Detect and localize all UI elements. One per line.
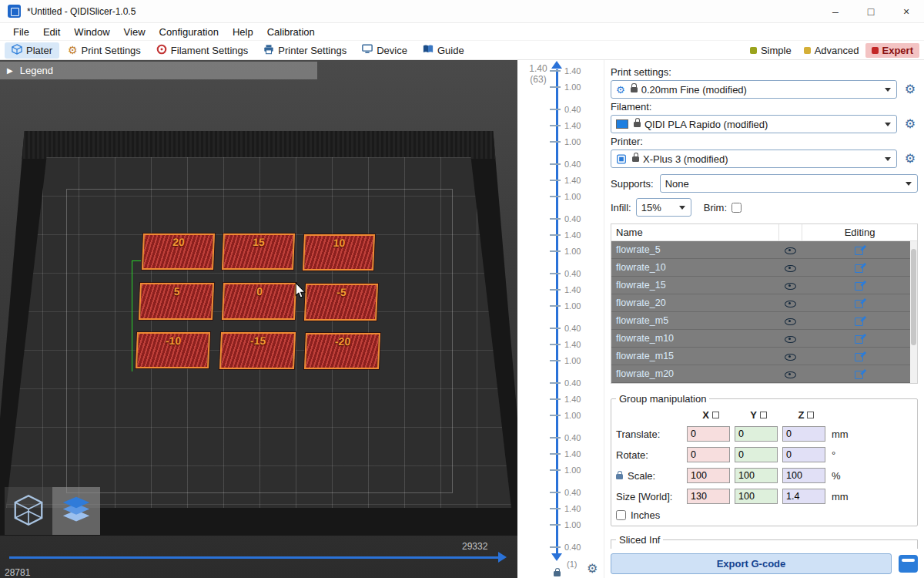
object-list-scrollbar[interactable] xyxy=(910,241,917,383)
layer-tick: 1.00 xyxy=(550,301,581,311)
horizontal-move-slider[interactable] xyxy=(9,556,499,559)
object-row-flowrate-m20[interactable]: flowrate_m20 xyxy=(611,365,917,383)
object-row-flowrate-10[interactable]: flowrate_10 xyxy=(611,259,917,277)
mouse-cursor-icon xyxy=(294,282,306,301)
brim-checkbox[interactable] xyxy=(732,203,742,213)
flowrate-patch-15[interactable]: 15 xyxy=(222,234,295,270)
flowrate-patch-0[interactable]: 0 xyxy=(222,283,296,320)
translate-z-input[interactable] xyxy=(782,426,825,442)
eye-icon[interactable] xyxy=(785,297,795,308)
filament-gear-button[interactable]: ⚙ xyxy=(902,118,918,130)
translate-x-input[interactable] xyxy=(687,426,730,442)
tab-device[interactable]: Device xyxy=(355,42,414,58)
translate-y-input[interactable] xyxy=(735,426,778,442)
mode-expert[interactable]: Expert xyxy=(865,43,919,58)
printer-combo[interactable]: X-Plus 3 (modified) xyxy=(611,150,897,168)
inches-row: Inches xyxy=(616,509,912,521)
preview-view-button[interactable] xyxy=(52,487,100,535)
scale-z-input[interactable] xyxy=(782,468,825,483)
menu-help[interactable]: Help xyxy=(226,25,260,39)
flowrate-patch-m10[interactable]: -10 xyxy=(136,332,210,368)
rotate-y-input[interactable] xyxy=(735,447,778,462)
print-settings-gear-button[interactable]: ⚙ xyxy=(902,83,918,96)
layer-tick: 1.00 xyxy=(550,520,581,529)
edit-icon[interactable] xyxy=(855,298,865,308)
minimize-button[interactable]: – xyxy=(818,0,853,22)
eye-icon[interactable] xyxy=(785,315,795,326)
flowrate-patch-m20[interactable]: -20 xyxy=(304,333,380,369)
size-x-input[interactable] xyxy=(687,489,730,504)
eye-icon[interactable] xyxy=(785,351,795,361)
supports-label: Supports: xyxy=(611,178,654,190)
group-manipulation-title: Group manipulation xyxy=(616,393,709,405)
translate-row: Translate: mm xyxy=(616,426,912,442)
scale-y-input[interactable] xyxy=(735,468,778,483)
flowrate-patch-10[interactable]: 10 xyxy=(303,234,375,271)
scale-row: Scale: % xyxy=(616,468,912,483)
edit-icon[interactable] xyxy=(855,263,865,273)
send-to-printer-icon[interactable] xyxy=(899,555,918,573)
object-row-flowrate-m10[interactable]: flowrate_m10 xyxy=(611,330,917,348)
3d-viewport[interactable]: ▶ Legend 20 15 10 5 0 -5 -10 -15 -20 293… xyxy=(0,60,517,578)
maximize-button[interactable]: □ xyxy=(853,0,889,22)
layer-tick: 1.40 xyxy=(550,176,581,185)
inches-checkbox[interactable] xyxy=(616,510,626,520)
object-row-flowrate-m5[interactable]: flowrate_m5 xyxy=(611,312,917,330)
legend-toggle[interactable]: ▶ Legend xyxy=(0,62,317,79)
mode-simple[interactable]: Simple xyxy=(744,43,798,58)
tab-print-settings[interactable]: ⚙ Print Settings xyxy=(61,43,148,58)
rotate-z-input[interactable] xyxy=(782,447,825,462)
supports-combo[interactable]: None xyxy=(660,174,918,193)
menu-configuration[interactable]: Configuration xyxy=(152,25,226,39)
edit-icon[interactable] xyxy=(855,281,865,291)
eye-icon[interactable] xyxy=(785,280,795,291)
tab-plater[interactable]: Plater xyxy=(5,42,59,59)
printer-gear-button[interactable]: ⚙ xyxy=(902,153,918,165)
eye-icon[interactable] xyxy=(785,333,795,344)
eye-icon[interactable] xyxy=(785,262,795,273)
layer-slider-bottom-handle[interactable] xyxy=(551,553,562,561)
print-settings-combo[interactable]: ⚙ 0.20mm Fine (modified) xyxy=(611,80,897,99)
close-button[interactable]: × xyxy=(889,0,924,22)
filament-combo[interactable]: QIDI PLA Rapido (modified) xyxy=(611,115,897,133)
edit-icon[interactable] xyxy=(855,316,865,326)
rotate-row: Rotate: ° xyxy=(616,447,912,462)
edit-icon[interactable] xyxy=(855,369,865,379)
flowrate-patch-m15[interactable]: -15 xyxy=(219,332,296,369)
menu-file[interactable]: File xyxy=(6,25,36,39)
object-row-flowrate-20[interactable]: flowrate_20 xyxy=(611,294,917,312)
editor-view-button[interactable] xyxy=(5,487,52,535)
infill-combo[interactable]: 15% xyxy=(636,198,691,217)
uniform-scale-lock-icon[interactable] xyxy=(616,474,623,479)
eye-icon[interactable] xyxy=(785,244,795,255)
printer-lock-icon xyxy=(632,156,639,162)
size-y-input[interactable] xyxy=(735,489,778,504)
object-row-flowrate-5[interactable]: flowrate_5 xyxy=(611,241,917,259)
menu-window[interactable]: Window xyxy=(67,25,116,39)
layer-slider-gear-icon[interactable]: ⚙ xyxy=(587,561,598,576)
edit-icon[interactable] xyxy=(855,245,865,255)
eye-icon[interactable] xyxy=(785,368,795,379)
mode-advanced[interactable]: Advanced xyxy=(798,43,865,58)
size-z-input[interactable] xyxy=(782,489,825,504)
export-gcode-button[interactable]: Export G-code xyxy=(611,553,892,574)
tab-filament-settings[interactable]: Filament Settings xyxy=(149,42,255,59)
menu-edit[interactable]: Edit xyxy=(36,25,67,39)
menu-view[interactable]: View xyxy=(117,25,152,39)
tab-printer-settings[interactable]: Printer Settings xyxy=(256,42,353,59)
flowrate-patch-5[interactable]: 5 xyxy=(139,283,214,320)
flowrate-patch-20[interactable]: 20 xyxy=(142,234,215,270)
layer-slider-lock-icon[interactable] xyxy=(554,571,561,576)
rotate-x-input[interactable] xyxy=(687,447,730,462)
scale-x-input[interactable] xyxy=(687,468,730,483)
object-row-flowrate-15[interactable]: flowrate_15 xyxy=(611,277,917,294)
menu-calibration[interactable]: Calibration xyxy=(260,25,322,39)
flowrate-patch-m5[interactable]: -5 xyxy=(304,284,378,321)
object-row-flowrate-m15[interactable]: flowrate_m15 xyxy=(611,348,917,365)
scrollbar-thumb[interactable] xyxy=(911,249,916,345)
print-profile-icon: ⚙ xyxy=(616,85,625,95)
edit-icon[interactable] xyxy=(855,351,865,361)
tab-guide[interactable]: Guide xyxy=(416,42,471,58)
layer-tick: 1.00 xyxy=(550,465,581,475)
edit-icon[interactable] xyxy=(855,334,865,344)
